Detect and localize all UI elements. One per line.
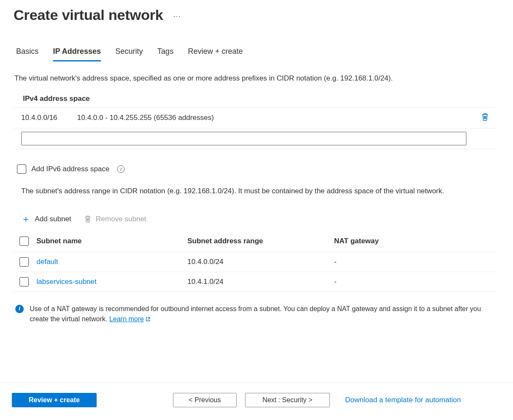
page-title-row: Create virtual network ··· <box>14 7 496 23</box>
review-create-button[interactable]: Review + create <box>12 393 97 407</box>
subnet-row: labservices-subnet 10.4.1.0/24 - <box>14 272 496 292</box>
subnet-range-cell: 10.4.0.0/24 <box>187 258 334 266</box>
tab-tags[interactable]: Tags <box>157 45 173 61</box>
subnet-name-link[interactable]: labservices-subnet <box>36 278 97 286</box>
nat-info-text: Use of a NAT gateway is recommended for … <box>30 304 496 325</box>
subnet-toolbar: ＋ Add subnet Remove subnet <box>14 214 496 224</box>
trash-icon <box>481 113 489 121</box>
info-icon: i <box>15 305 24 313</box>
footer-bar: Review + create < Previous Next : Securi… <box>0 382 513 420</box>
plus-icon: ＋ <box>21 214 31 224</box>
ipv6-checkbox-row: Add IPv6 address space i <box>17 164 496 174</box>
remove-subnet-label: Remove subnet <box>96 215 146 223</box>
address-space-description: The virtual network's address space, spe… <box>14 74 496 83</box>
page-title: Create virtual network <box>14 7 163 23</box>
subnet-name-link[interactable]: default <box>36 258 58 266</box>
delete-address-button[interactable] <box>481 113 491 123</box>
select-all-subnets-checkbox[interactable] <box>20 236 29 246</box>
previous-button[interactable]: < Previous <box>173 393 237 407</box>
more-icon[interactable]: ··· <box>173 9 181 21</box>
subnet-header-nat: NAT gateway <box>334 237 496 245</box>
subnet-row: default 10.4.0.0/24 - <box>14 252 496 272</box>
ipv4-new-address-row <box>14 128 496 149</box>
tabs: Basics IP Addresses Security Tags Review… <box>14 45 496 61</box>
tab-ip-addresses[interactable]: IP Addresses <box>53 45 101 61</box>
ipv4-address-space-heading: IPv4 address space <box>14 95 496 107</box>
add-ipv6-checkbox[interactable] <box>17 164 26 174</box>
learn-more-link[interactable]: Learn more <box>109 315 151 323</box>
subnet-checkbox[interactable] <box>20 277 29 286</box>
tab-security[interactable]: Security <box>115 45 143 61</box>
ipv4-range: 10.4.0.0 - 10.4.255.255 (65536 addresses… <box>77 114 481 122</box>
subnet-description: The subnet's address range in CIDR notat… <box>14 186 496 197</box>
nat-info-box: i Use of a NAT gateway is recommended fo… <box>14 292 496 325</box>
external-link-icon <box>145 317 151 322</box>
add-subnet-label: Add subnet <box>35 215 71 223</box>
subnet-header-range: Subnet address range <box>187 237 334 245</box>
subnet-nat-cell: - <box>334 278 496 286</box>
subnet-header-row: Subnet name Subnet address range NAT gat… <box>14 231 496 252</box>
ipv4-new-address-input[interactable] <box>21 132 466 145</box>
ipv4-address-table: 10.4.0.0/16 10.4.0.0 - 10.4.255.255 (655… <box>14 107 496 149</box>
remove-subnet-button: Remove subnet <box>84 214 146 224</box>
download-template-link[interactable]: Download a template for automation <box>345 396 461 404</box>
subnet-table: Subnet name Subnet address range NAT gat… <box>14 231 496 292</box>
ipv4-address-row[interactable]: 10.4.0.0/16 10.4.0.0 - 10.4.255.255 (655… <box>14 108 496 128</box>
tab-review-create[interactable]: Review + create <box>188 45 243 61</box>
subnet-nat-cell: - <box>334 258 496 266</box>
trash-icon <box>84 215 92 223</box>
subnet-header-name: Subnet name <box>36 237 187 245</box>
add-ipv6-label: Add IPv6 address space <box>31 165 109 173</box>
subnet-range-cell: 10.4.1.0/24 <box>187 278 334 286</box>
next-button[interactable]: Next : Security > <box>245 393 330 407</box>
tab-basics[interactable]: Basics <box>16 45 39 61</box>
info-icon[interactable]: i <box>117 165 125 173</box>
ipv4-cidr: 10.4.0.0/16 <box>21 114 77 122</box>
add-subnet-button[interactable]: ＋ Add subnet <box>21 214 71 224</box>
subnet-checkbox[interactable] <box>20 257 29 267</box>
